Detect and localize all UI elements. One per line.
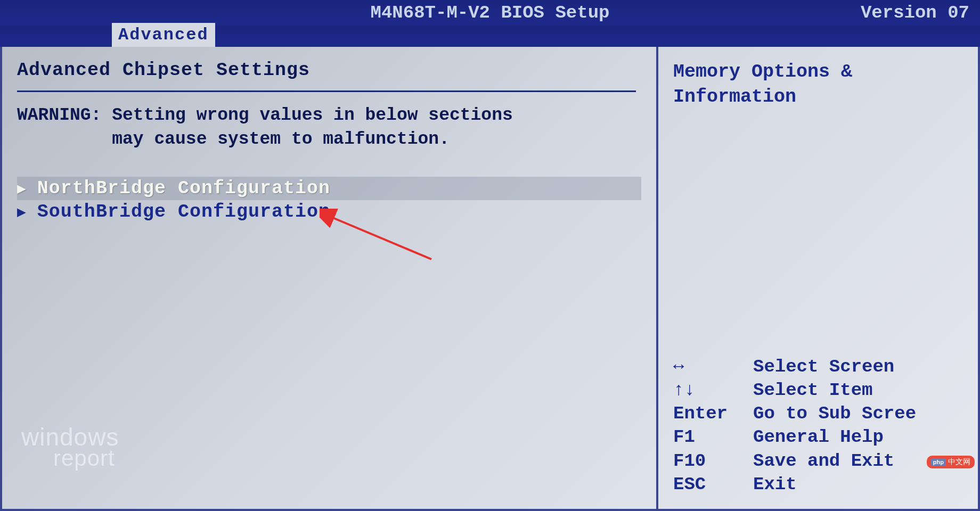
header-bar: M4N68T-M-V2 BIOS Setup Version 07 xyxy=(0,0,980,26)
key-action: Exit xyxy=(753,473,797,496)
content-area: Advanced Chipset Settings WARNING: Setti… xyxy=(0,47,980,511)
bios-screen: M4N68T-M-V2 BIOS Setup Version 07 Advanc… xyxy=(0,0,980,511)
menu-item-southbridge[interactable]: ▶ SouthBridge Configuration xyxy=(17,200,641,224)
menu-item-northbridge[interactable]: ▶ NorthBridge Configuration xyxy=(17,177,641,200)
key-action: General Help xyxy=(753,425,884,449)
key-row: F1 General Help xyxy=(673,425,963,449)
key-guide: ↔ Select Screen ↑↓ Select Item Enter Go … xyxy=(673,355,963,496)
key-row: ESC Exit xyxy=(673,473,963,496)
warning-label: WARNING: xyxy=(17,104,112,151)
key-arrows-ud: ↑↓ xyxy=(673,378,753,402)
watermark-php: php 中文网 xyxy=(927,456,975,468)
section-title: Advanced Chipset Settings xyxy=(17,60,641,81)
key-esc: ESC xyxy=(673,473,753,496)
bios-version: Version 07 xyxy=(861,3,969,23)
watermark-windowsreport: windows report xyxy=(21,426,119,468)
php-badge-icon: php xyxy=(931,458,946,466)
key-action: Go to Sub Scree xyxy=(753,402,916,425)
tab-bar: Advanced xyxy=(0,26,980,47)
warning-message: WARNING: Setting wrong values in below s… xyxy=(17,104,641,151)
key-action: Select Screen xyxy=(753,355,894,378)
tab-advanced[interactable]: Advanced xyxy=(112,23,215,47)
triangle-icon: ▶ xyxy=(17,203,27,221)
key-enter: Enter xyxy=(673,402,753,425)
key-f1: F1 xyxy=(673,425,753,449)
key-f10: F10 xyxy=(673,449,753,473)
divider xyxy=(17,90,636,92)
key-action: Save and Exit xyxy=(753,449,894,473)
triangle-icon: ▶ xyxy=(17,179,27,197)
warning-text: Setting wrong values in below sections m… xyxy=(112,104,513,151)
key-action: Select Item xyxy=(753,378,872,402)
key-arrows-lr: ↔ xyxy=(673,355,753,378)
key-row: ↔ Select Screen xyxy=(673,355,963,378)
menu-label: SouthBridge Configuration xyxy=(37,201,330,222)
key-row: Enter Go to Sub Scree xyxy=(673,402,963,425)
context-help: Memory Options & Information xyxy=(673,60,963,110)
key-row: ↑↓ Select Item xyxy=(673,378,963,402)
menu-label: NorthBridge Configuration xyxy=(37,178,330,199)
side-panel: Memory Options & Information ↔ Select Sc… xyxy=(658,47,978,509)
bios-title: M4N68T-M-V2 BIOS Setup xyxy=(371,3,610,23)
key-row: F10 Save and Exit xyxy=(673,449,963,473)
